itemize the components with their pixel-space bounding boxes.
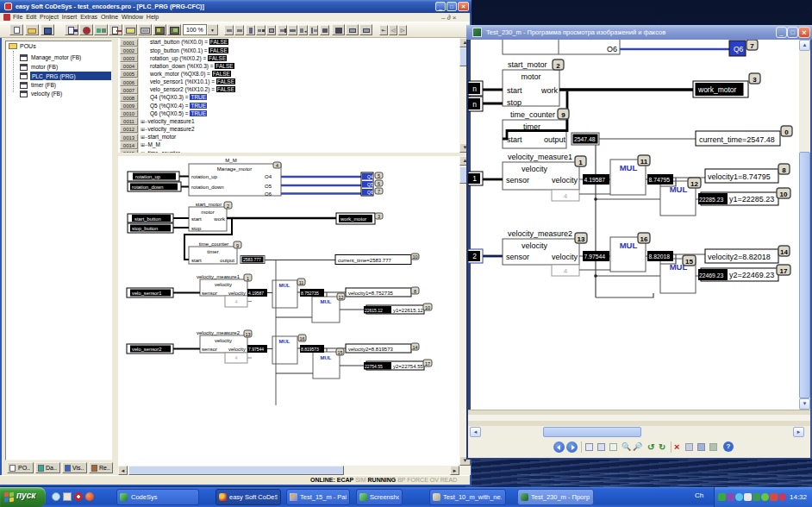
svg-text:stop: stop <box>191 226 202 231</box>
svg-text:start_button: start_button <box>134 216 161 222</box>
svg-text:start_motor: start_motor <box>508 60 547 69</box>
svg-text:velocity: velocity <box>228 291 246 296</box>
svg-text:2: 2 <box>227 203 229 209</box>
svg-text:1: 1 <box>578 159 583 166</box>
svg-text:start: start <box>507 86 522 95</box>
svg-text:n: n <box>472 84 477 93</box>
svg-text:8.752735: 8.752735 <box>301 291 319 296</box>
svg-text:velocity: velocity <box>215 282 232 287</box>
svg-text:14: 14 <box>412 345 417 350</box>
svg-text:velocity2=8.82018: velocity2=8.82018 <box>708 253 771 261</box>
svg-text:velocity1=8.752735: velocity1=8.752735 <box>348 291 394 296</box>
svg-text:8.819573: 8.819573 <box>301 347 319 352</box>
svg-text:15: 15 <box>685 258 693 266</box>
svg-text:motor: motor <box>201 210 214 215</box>
svg-text:y1=22615.12: y1=22615.12 <box>393 308 424 313</box>
svg-text:22469.23: 22469.23 <box>699 272 724 279</box>
svg-text:velocity: velocity <box>215 338 232 343</box>
svg-text:4: 4 <box>234 299 237 304</box>
svg-text:13: 13 <box>245 332 250 337</box>
svg-text:velo_sensor1: velo_sensor1 <box>132 291 161 296</box>
svg-text:5: 5 <box>378 173 380 178</box>
svg-text:motor: motor <box>521 72 540 81</box>
svg-text:velocity1=8.74795: velocity1=8.74795 <box>708 172 771 181</box>
svg-text:7.97544: 7.97544 <box>584 254 606 260</box>
svg-text:time_counter: time_counter <box>510 110 555 119</box>
svg-text:4: 4 <box>564 192 568 200</box>
svg-text:work_motor: work_motor <box>340 216 366 222</box>
svg-text:2: 2 <box>556 62 560 70</box>
svg-text:y2=22754.55: y2=22754.55 <box>393 364 424 369</box>
svg-text:0: 0 <box>784 128 789 136</box>
svg-text:sensor: sensor <box>202 347 217 352</box>
svg-text:MUL: MUL <box>620 241 638 250</box>
svg-text:10: 10 <box>412 254 417 260</box>
svg-text:M_M: M_M <box>225 158 236 163</box>
svg-text:y2=22469.23: y2=22469.23 <box>729 271 774 279</box>
svg-text:22285.23: 22285.23 <box>699 197 724 203</box>
svg-text:start_motor: start_motor <box>196 202 222 207</box>
svg-text:22754.55: 22754.55 <box>365 364 383 369</box>
svg-text:12: 12 <box>338 295 343 300</box>
svg-text:rotation_down: rotation_down <box>132 185 163 190</box>
svg-text:work: work <box>213 216 226 222</box>
svg-text:1: 1 <box>247 276 249 281</box>
svg-text:velocity: velocity <box>228 347 246 352</box>
svg-text:MUL: MUL <box>321 355 332 360</box>
svg-text:velocity: velocity <box>522 165 548 173</box>
svg-text:output: output <box>220 258 234 263</box>
svg-text:velo_sensor2: velo_sensor2 <box>132 347 161 352</box>
svg-text:rotation_up: rotation_up <box>135 174 160 179</box>
svg-text:6: 6 <box>378 181 380 186</box>
svg-text:Q4: Q4 <box>367 174 373 179</box>
svg-text:8: 8 <box>782 166 786 174</box>
svg-text:7: 7 <box>750 42 754 50</box>
svg-text:velocity2=8.819573: velocity2=8.819573 <box>348 347 394 352</box>
svg-text:2583.777: 2583.777 <box>243 257 261 262</box>
svg-text:10: 10 <box>780 191 788 198</box>
svg-text:4.19587: 4.19587 <box>248 291 264 296</box>
svg-text:8.74795: 8.74795 <box>649 177 671 183</box>
svg-text:8.82018: 8.82018 <box>649 254 671 260</box>
svg-text:15: 15 <box>337 350 342 355</box>
svg-text:start: start <box>191 216 202 222</box>
svg-text:work_motor: work_motor <box>697 85 737 94</box>
svg-text:9: 9 <box>561 111 565 119</box>
svg-text:3: 3 <box>753 76 757 84</box>
svg-text:start: start <box>191 258 202 263</box>
svg-text:10: 10 <box>425 305 430 310</box>
svg-text:time_counter: time_counter <box>199 241 229 247</box>
svg-text:16: 16 <box>640 235 648 243</box>
svg-text:7.97544: 7.97544 <box>248 347 264 352</box>
svg-text:4.19587: 4.19587 <box>584 177 606 183</box>
svg-text:Manage_motor: Manage_motor <box>217 166 252 172</box>
svg-text:7: 7 <box>378 189 380 194</box>
svg-text:output: output <box>544 135 566 144</box>
svg-text:MUL: MUL <box>279 339 290 344</box>
svg-text:11: 11 <box>640 158 648 166</box>
svg-text:current_time=2583.777: current_time=2583.777 <box>338 258 392 263</box>
svg-text:8: 8 <box>414 289 416 294</box>
svg-text:3: 3 <box>378 214 380 219</box>
svg-text:sensor: sensor <box>506 253 529 261</box>
svg-text:stop_button: stop_button <box>132 226 158 231</box>
svg-text:22615.12: 22615.12 <box>365 308 383 313</box>
svg-text:O5: O5 <box>265 184 272 189</box>
svg-text:14: 14 <box>780 248 788 256</box>
svg-text:O6: O6 <box>607 45 617 53</box>
svg-text:current_time=2547.48: current_time=2547.48 <box>699 135 775 144</box>
svg-text:stop: stop <box>507 98 522 107</box>
svg-text:1: 1 <box>472 174 477 183</box>
svg-text:n: n <box>472 100 477 109</box>
svg-text:12: 12 <box>690 180 698 188</box>
svg-text:velocity: velocity <box>522 241 548 250</box>
svg-text:work: work <box>540 86 559 95</box>
svg-text:MUL: MUL <box>670 185 688 194</box>
svg-text:9: 9 <box>236 243 239 248</box>
svg-text:Q6: Q6 <box>734 45 744 53</box>
svg-text:17: 17 <box>425 361 430 366</box>
svg-text:y1=22285.23: y1=22285.23 <box>729 195 774 203</box>
svg-text:Q5: Q5 <box>367 182 373 187</box>
svg-text:2547.48: 2547.48 <box>574 136 596 142</box>
svg-text:velocity: velocity <box>552 176 578 185</box>
